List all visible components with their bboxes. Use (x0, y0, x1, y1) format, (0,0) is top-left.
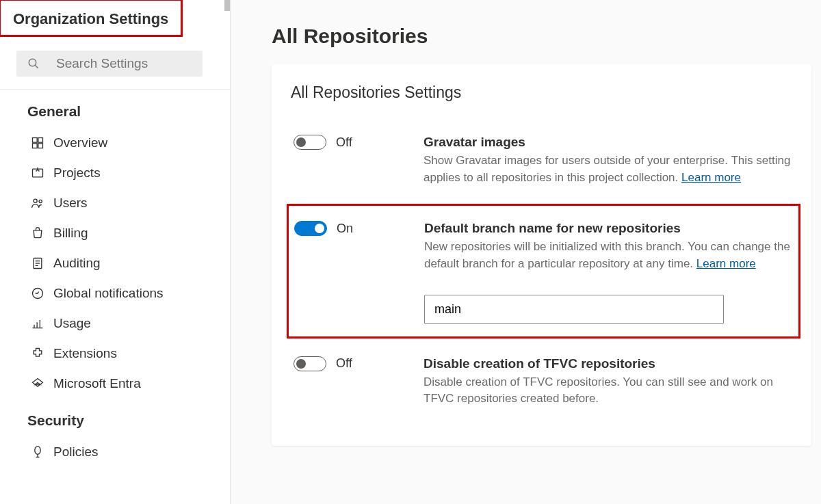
sidebar-item-auditing[interactable]: Auditing (0, 248, 230, 278)
toggle-label: On (337, 222, 353, 236)
page-title: All Repositories (272, 25, 811, 48)
usage-icon (30, 316, 45, 331)
nav-label: Overview (53, 135, 107, 150)
svg-rect-4 (33, 144, 38, 148)
svg-point-0 (29, 59, 36, 66)
card-title: All Repositories Settings (291, 83, 796, 102)
auditing-icon (30, 256, 45, 271)
projects-icon (30, 165, 45, 181)
svg-rect-3 (38, 138, 43, 143)
nav-label: Global notifications (53, 286, 164, 301)
toggle-col: Off (294, 135, 423, 150)
setting-desc: Show Gravatar images for users outside o… (423, 152, 794, 186)
sidebar-item-projects[interactable]: Projects (0, 158, 230, 188)
toggle-col: On (294, 221, 424, 236)
nav-section-security: Security (0, 399, 230, 437)
sidebar-title: Organization Settings (0, 0, 183, 37)
setting-gravatar: Off Gravatar images Show Gravatar images… (291, 125, 796, 204)
svg-rect-5 (38, 144, 43, 148)
setting-title: Default branch name for new repositories (424, 221, 793, 236)
nav-label: Extensions (53, 346, 117, 361)
sidebar-item-policies[interactable]: Policies (0, 437, 230, 467)
default-branch-input[interactable] (424, 295, 724, 324)
svg-point-7 (34, 199, 37, 202)
search-wrap (0, 38, 230, 89)
svg-line-1 (35, 65, 38, 68)
toggle-label: Off (336, 356, 352, 371)
settings-card: All Repositories Settings Off Gravatar i… (272, 64, 811, 446)
svg-point-14 (35, 447, 40, 455)
nav-label: Usage (53, 316, 91, 331)
learn-more-link[interactable]: Learn more (696, 257, 756, 270)
search-box[interactable] (16, 51, 203, 77)
learn-more-link[interactable]: Learn more (681, 171, 741, 184)
sidebar-item-billing[interactable]: Billing (0, 218, 230, 248)
setting-tfvc: Off Disable creation of TFVC repositorie… (291, 339, 796, 425)
setting-default-branch: On Default branch name for new repositor… (291, 221, 796, 323)
overview-icon (30, 135, 45, 150)
search-icon (26, 56, 41, 71)
extensions-icon (30, 346, 45, 361)
nav-label: Users (53, 196, 88, 211)
nav-label: Microsoft Entra (53, 376, 141, 391)
setting-content: Disable creation of TFVC repositories Di… (423, 356, 794, 408)
tfvc-toggle[interactable] (294, 356, 326, 371)
sidebar: Organization Settings General Overview P… (0, 0, 231, 504)
svg-point-8 (39, 200, 42, 202)
toggle-col: Off (294, 356, 423, 371)
toggle-label: Off (336, 135, 352, 150)
scroll-indicator-icon (224, 0, 230, 11)
nav-label: Auditing (53, 256, 101, 271)
setting-title: Gravatar images (423, 135, 794, 150)
policies-icon (30, 445, 45, 460)
sidebar-item-usage[interactable]: Usage (0, 308, 230, 339)
setting-content: Default branch name for new repositories… (424, 221, 793, 323)
search-input[interactable] (56, 56, 193, 71)
setting-content: Gravatar images Show Gravatar images for… (423, 135, 794, 186)
billing-icon (30, 226, 45, 241)
nav-label: Policies (53, 445, 98, 460)
setting-desc: New repositories will be initialized wit… (424, 239, 793, 272)
highlighted-setting: On Default branch name for new repositor… (287, 204, 800, 338)
nav-section-general: General (0, 90, 230, 128)
sidebar-item-global-notifications[interactable]: Global notifications (0, 278, 230, 308)
sidebar-item-overview[interactable]: Overview (0, 128, 230, 158)
sidebar-item-microsoft-entra[interactable]: Microsoft Entra (0, 369, 230, 399)
entra-icon (30, 376, 45, 391)
setting-desc: Disable creation of TFVC repositories. Y… (423, 374, 794, 408)
notifications-icon (30, 286, 45, 301)
setting-title: Disable creation of TFVC repositories (423, 356, 794, 371)
gravatar-toggle[interactable] (294, 135, 326, 150)
nav-label: Projects (53, 165, 101, 181)
svg-rect-2 (33, 138, 38, 143)
sidebar-item-users[interactable]: Users (0, 188, 230, 218)
sidebar-item-extensions[interactable]: Extensions (0, 339, 230, 369)
main-content: All Repositories All Repositories Settin… (231, 0, 821, 504)
users-icon (30, 196, 45, 211)
default-branch-toggle[interactable] (294, 221, 327, 236)
nav-label: Billing (53, 226, 88, 241)
